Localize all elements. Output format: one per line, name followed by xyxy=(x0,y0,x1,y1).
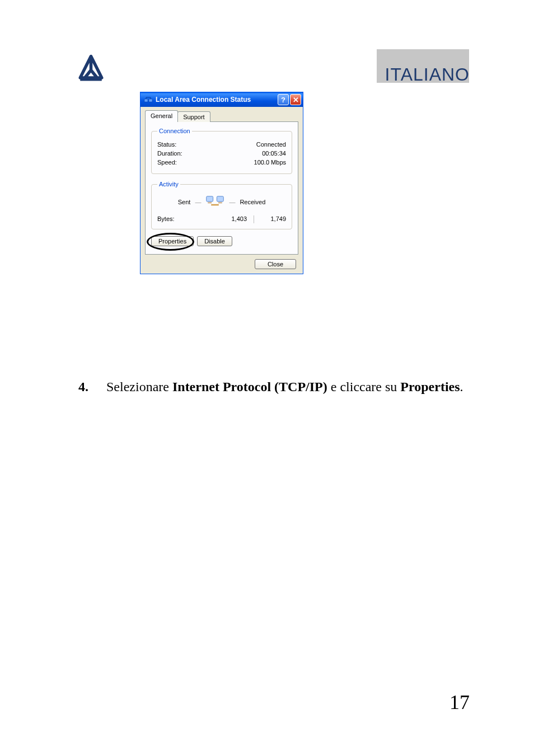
speed-row: Speed: 100.0 Mbps xyxy=(157,159,286,166)
text-bold2: Properties xyxy=(400,379,460,394)
activity-group: Activity Sent — — Received Bytes: xyxy=(151,181,292,229)
dialog-body: General Support Connection Status: Conne… xyxy=(140,107,303,274)
close-button[interactable]: Close xyxy=(255,259,296,269)
svg-rect-3 xyxy=(207,196,213,201)
svg-rect-2 xyxy=(149,99,152,102)
dialog-titlebar[interactable]: Local Area Connection Status ? ✕ xyxy=(140,92,303,107)
svg-rect-6 xyxy=(218,202,222,204)
button-row: Properties Disable xyxy=(151,236,292,246)
status-value: Connected xyxy=(256,141,286,148)
duration-row: Duration: 00:05:34 xyxy=(157,150,286,157)
separator-icon xyxy=(254,215,254,223)
activity-computers-icon xyxy=(205,194,224,210)
bytes-sent-value: 1,403 xyxy=(208,215,247,223)
text-post: . xyxy=(460,379,463,394)
svg-rect-4 xyxy=(217,196,224,201)
speed-value: 100.0 Mbps xyxy=(254,159,286,166)
svg-rect-1 xyxy=(144,99,148,102)
activity-legend: Activity xyxy=(157,181,180,187)
connection-group: Connection Status: Connected Duration: 0… xyxy=(151,128,292,174)
bytes-label: Bytes: xyxy=(157,215,208,223)
dialog-title: Local Area Connection Status xyxy=(156,96,277,104)
tab-content-general: Connection Status: Connected Duration: 0… xyxy=(145,121,298,255)
step-number: 4. xyxy=(78,378,106,396)
disable-button[interactable]: Disable xyxy=(197,236,232,246)
received-label: Received xyxy=(240,199,265,205)
duration-value: 00:05:34 xyxy=(262,150,286,157)
text-pre: Selezionare xyxy=(106,379,172,394)
status-row: Status: Connected xyxy=(157,141,286,148)
dialog-footer: Close xyxy=(145,255,298,269)
instruction-text: 4.Selezionare Internet Protocol (TCP/IP)… xyxy=(78,378,470,396)
activity-header: Sent — — Received xyxy=(157,194,286,210)
page-number: 17 xyxy=(449,691,470,714)
status-label: Status: xyxy=(157,141,176,148)
svg-rect-5 xyxy=(208,202,212,204)
bytes-row: Bytes: 1,403 1,749 xyxy=(157,215,286,223)
text-bold1: Internet Protocol (TCP/IP) xyxy=(172,379,327,394)
text-mid: e cliccare su xyxy=(327,379,401,394)
dash-icon: — xyxy=(195,199,201,205)
svg-rect-0 xyxy=(80,77,102,81)
language-label: ITALIANO xyxy=(385,64,470,85)
help-button[interactable]: ? xyxy=(278,94,289,105)
company-logo xyxy=(76,53,106,84)
properties-button[interactable]: Properties xyxy=(151,236,194,246)
network-icon xyxy=(144,95,153,104)
dash-icon: — xyxy=(229,199,235,205)
connection-legend: Connection xyxy=(157,128,192,134)
close-x-button[interactable]: ✕ xyxy=(290,94,301,105)
tab-support[interactable]: Support xyxy=(177,111,210,122)
tabs: General Support xyxy=(145,110,298,122)
sent-label: Sent xyxy=(178,199,191,205)
bytes-received-value: 1,749 xyxy=(260,215,286,223)
speed-label: Speed: xyxy=(157,159,177,166)
tab-general[interactable]: General xyxy=(145,110,178,122)
duration-label: Duration: xyxy=(157,150,182,157)
connection-status-dialog: Local Area Connection Status ? ✕ General… xyxy=(140,92,303,274)
step-text: Selezionare Internet Protocol (TCP/IP) e… xyxy=(106,378,467,396)
